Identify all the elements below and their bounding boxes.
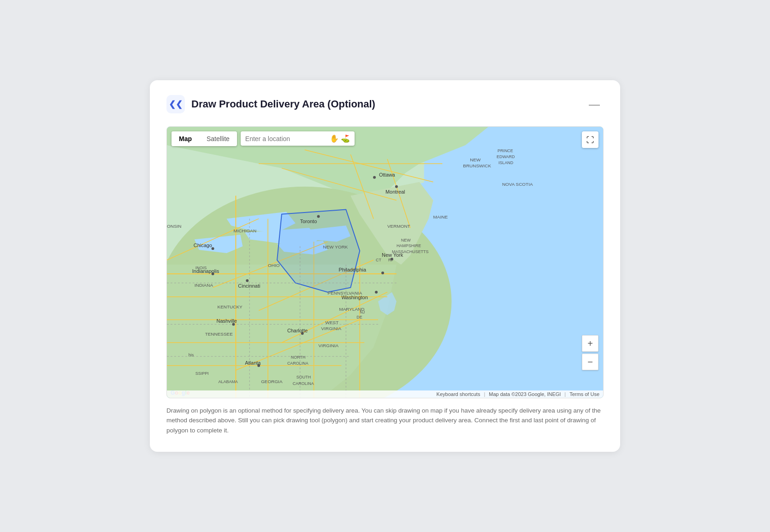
zoom-in-button[interactable]: + [582,335,598,352]
svg-text:ALABAMA: ALABAMA [219,379,238,384]
svg-point-27 [373,176,376,178]
svg-text:NEW YORK: NEW YORK [323,244,348,249]
location-input[interactable] [245,135,326,142]
svg-text:EDWARD: EDWARD [497,154,515,159]
svg-text:his: his [189,353,194,357]
back-icon: ❮❮ [169,100,183,108]
svg-text:INDIANA: INDIANA [195,282,213,287]
map-data-label: Map data ©2023 Google, INEGI [489,391,561,397]
svg-text:VERMONT: VERMONT [387,224,410,229]
draw-tools: ✋ ⛳ [330,134,350,143]
zoom-controls: + − [582,324,598,370]
svg-point-37 [375,290,378,293]
map-background: Ottawa Montreal Toronto New York Philade… [167,127,603,398]
keyboard-shortcuts-link[interactable]: Keyboard shortcuts [437,391,480,397]
svg-text:Philadelphia: Philadelphia [338,267,367,272]
svg-text:HAMPSHIRE: HAMPSHIRE [397,243,421,248]
map-svg: Ottawa Montreal Toronto New York Philade… [167,127,603,398]
svg-point-43 [246,279,249,282]
svg-text:BRUNSWICK: BRUNSWICK [463,163,491,168]
svg-text:MAINE: MAINE [433,214,448,219]
map-type-satellite-button[interactable]: Satellite [199,131,237,146]
header-left: ❮❮ Draw Product Delivery Area (Optional) [166,95,375,113]
polygon-tool-icon[interactable]: ⛳ [341,134,350,143]
svg-text:Cincinnati: Cincinnati [238,283,260,288]
svg-text:SOUTH: SOUTH [296,375,311,379]
back-button[interactable]: ❮❮ [166,95,185,113]
map-type-toggle: Map Satellite [172,131,237,146]
map-type-map-button[interactable]: Map [172,131,199,146]
minimize-button[interactable]: — [585,97,604,112]
svg-point-31 [317,215,320,218]
svg-text:MASSACHUSETTS: MASSACHUSETTS [392,249,429,254]
svg-text:NEW: NEW [401,238,411,242]
svg-text:PENNSYLVANIA: PENNSYLVANIA [328,290,362,295]
svg-text:NORTH: NORTH [291,355,306,360]
svg-text:VIRGINIA: VIRGINIA [319,343,339,348]
description-text: Drawing on polygon is an optional method… [166,406,604,436]
svg-text:CAROLINA: CAROLINA [293,381,314,385]
svg-text:TENNESSEE: TENNESSEE [205,331,233,337]
svg-text:CAROLINA: CAROLINA [287,361,308,366]
main-card: ❮❮ Draw Product Delivery Area (Optional)… [150,80,620,452]
svg-text:VIRGINIA: VIRGINIA [321,326,342,331]
location-input-wrap: ✋ ⛳ [241,131,355,146]
terms-of-use-link[interactable]: Terms of Use [569,391,599,397]
svg-text:SSIPPI: SSIPPI [195,371,209,376]
svg-text:ONSIN: ONSIN [167,224,181,229]
svg-point-29 [395,185,398,188]
svg-text:CT: CT [376,258,381,262]
svg-text:GEORGIA: GEORGIA [261,379,283,384]
svg-text:NEW: NEW [470,157,481,162]
svg-text:Ottawa: Ottawa [379,171,396,177]
svg-text:DE: DE [356,315,362,319]
header: ❮❮ Draw Product Delivery Area (Optional)… [166,95,604,113]
fullscreen-button[interactable] [582,131,598,148]
svg-text:NOVA SCOTIA: NOVA SCOTIA [502,181,533,186]
map-attribution: Keyboard shortcuts | Map data ©2023 Goog… [167,390,603,398]
svg-text:Charlotte: Charlotte [287,328,308,333]
svg-text:WEST: WEST [326,320,339,325]
svg-text:KENTUCKY: KENTUCKY [218,304,243,309]
svg-text:Toronto: Toronto [300,219,317,224]
svg-text:NJ: NJ [360,309,365,314]
svg-text:RI: RI [388,258,392,262]
map-container: Ottawa Montreal Toronto New York Philade… [166,126,604,398]
svg-text:Atlanta: Atlanta [245,360,261,366]
svg-text:OHIO: OHIO [268,263,280,268]
svg-text:INOIS: INOIS [195,266,207,270]
svg-text:Nashville: Nashville [217,318,237,324]
svg-text:MICHIGAN: MICHIGAN [233,228,256,233]
svg-text:PRINCE: PRINCE [498,148,513,153]
hand-tool-icon[interactable]: ✋ [330,134,339,143]
svg-text:Chicago: Chicago [194,242,212,248]
zoom-out-button[interactable]: − [582,354,598,370]
svg-text:ISLAND: ISLAND [498,160,514,165]
page-title: Draw Product Delivery Area (Optional) [191,98,375,110]
map-controls-top: Map Satellite ✋ ⛳ [172,131,355,146]
svg-point-35 [381,272,384,274]
svg-text:Montreal: Montreal [385,189,405,194]
